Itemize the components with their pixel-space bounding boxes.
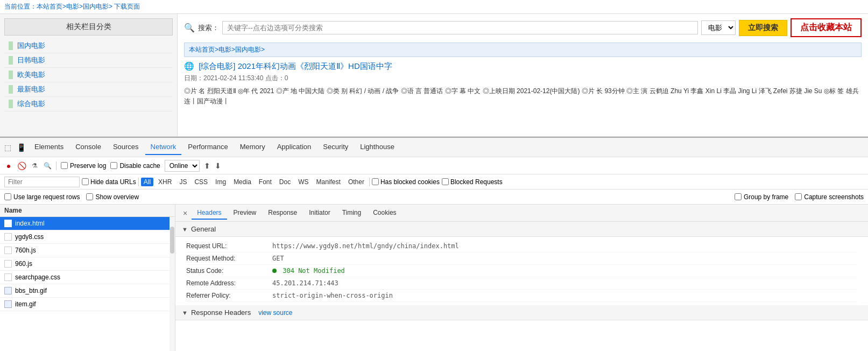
blocked-requests-checkbox[interactable]: Blocked Requests [442, 178, 503, 186]
filter-other-btn[interactable]: Other [345, 178, 367, 186]
list-item[interactable]: 最新电影 [4, 82, 173, 97]
referrer-policy-value: strict-origin-when-cross-origin [272, 292, 393, 299]
tab-lighthouse[interactable]: Lighthouse [355, 139, 400, 155]
detail-tab-preview[interactable]: Preview [228, 207, 262, 220]
detail-tab-cookies[interactable]: Cookies [368, 207, 401, 220]
request-method-value: GET [272, 255, 284, 262]
tab-performance[interactable]: Performance [182, 139, 233, 155]
file-icon [4, 260, 12, 268]
detail-tab-timing[interactable]: Timing [337, 207, 367, 220]
status-dot-icon [272, 269, 277, 273]
referrer-policy-row: Referrer Policy: strict-origin-when-cros… [186, 290, 857, 302]
file-icon [4, 220, 12, 227]
file-item-item-gif[interactable]: item.gif [0, 298, 175, 311]
options-right: Group by frame Capture screenshots [735, 193, 864, 201]
category-link[interactable]: 日韩电影 [17, 55, 45, 65]
article-title[interactable]: 🌐 [综合电影] 2021年科幻动画《烈阳天道Ⅱ》HD国语中字 [184, 61, 862, 72]
detail-tab-initiator[interactable]: Initiator [304, 207, 335, 220]
referrer-policy-label: Referrer Policy: [186, 292, 272, 299]
preserve-log-checkbox[interactable]: Preserve log [61, 162, 106, 170]
clear-icon[interactable]: 🚫 [17, 162, 26, 170]
tab-security[interactable]: Security [317, 139, 354, 155]
search-bar: 🔍 搜索： 电影 立即搜索 点击收藏本站 [184, 18, 862, 37]
filter-icon[interactable]: ⚗ [30, 162, 39, 170]
tab-application[interactable]: Application [272, 139, 317, 155]
filter-xhr-btn[interactable]: XHR [156, 178, 174, 186]
search-button[interactable]: 立即搜索 [739, 20, 787, 36]
list-item[interactable]: 综合电影 [4, 97, 173, 111]
remote-address-label: Remote Address: [186, 279, 272, 287]
file-icon [4, 247, 12, 254]
list-item[interactable]: 国内电影 [4, 39, 173, 53]
export-btn[interactable]: ⬇ [215, 162, 221, 170]
divider [138, 178, 139, 186]
category-link[interactable]: 综合电影 [17, 99, 45, 109]
list-item[interactable]: 日韩电影 [4, 53, 173, 68]
filter-all-btn[interactable]: All [141, 178, 153, 186]
article-meta: ◎片 名 烈阳天道Ⅱ ◎年 代 2021 ◎产 地 中国大陆 ◎类 别 科幻 /… [184, 86, 862, 107]
file-item-760h-js[interactable]: 760h.js [0, 244, 175, 257]
file-item-ygdy8-css[interactable]: ygdy8.css [0, 230, 175, 244]
group-by-frame-checkbox[interactable]: Group by frame [735, 193, 788, 201]
filter-font-btn[interactable]: Font [256, 178, 274, 186]
close-detail-button[interactable]: × [180, 208, 190, 219]
detail-tab-response[interactable]: Response [263, 207, 302, 220]
general-section-title: General [191, 225, 216, 233]
filter-doc-btn[interactable]: Doc [277, 178, 293, 186]
filter-js-btn[interactable]: JS [177, 178, 189, 186]
show-overview-checkbox[interactable]: Show overview [86, 193, 139, 201]
chevron-down-icon: ▼ [182, 226, 188, 233]
category-link[interactable]: 欧美电影 [17, 70, 45, 80]
website-area: 相关栏目分类 国内电影 日韩电影 欧美电影 最新电影 综合电影 [0, 14, 868, 137]
search-select[interactable]: 电影 [701, 20, 736, 35]
file-item-searchpage-css[interactable]: searchpage.css [0, 271, 175, 284]
has-blocked-cookies-checkbox[interactable]: Has blocked cookies [372, 178, 440, 186]
disable-cache-checkbox[interactable]: Disable cache [110, 162, 160, 170]
category-link[interactable]: 国内电影 [17, 41, 45, 51]
hide-data-urls-checkbox[interactable]: Hide data URLs [82, 178, 136, 186]
large-rows-checkbox[interactable]: Use large request rows [4, 193, 80, 201]
status-code-label: Status Code: [186, 267, 272, 275]
file-list-scrollbar[interactable] [170, 217, 175, 351]
tab-sources[interactable]: Sources [108, 139, 144, 155]
filter-input[interactable] [4, 177, 80, 187]
category-list: 国内电影 日韩电影 欧美电影 最新电影 综合电影 [4, 39, 173, 111]
tab-memory[interactable]: Memory [235, 139, 271, 155]
favorite-button[interactable]: 点击收藏本站 [791, 18, 862, 37]
filter-media-btn[interactable]: Media [231, 178, 254, 186]
record-icon[interactable]: ● [4, 162, 13, 170]
request-method-row: Request Method: GET [186, 252, 857, 265]
filter-ws-btn[interactable]: WS [295, 178, 311, 186]
cat-bar [9, 100, 13, 108]
tab-network[interactable]: Network [145, 139, 182, 155]
filter-manifest-btn[interactable]: Manifest [314, 178, 343, 186]
file-item-960-js[interactable]: 960.js [0, 257, 175, 271]
search-input[interactable] [222, 21, 698, 34]
remote-address-value: 45.201.214.71:443 [272, 279, 338, 287]
devtools-tab-bar: ⬚ 📱 Elements Console Sources Network Per… [0, 138, 868, 157]
filter-css-btn[interactable]: CSS [192, 178, 210, 186]
file-item-bbs-btn-gif[interactable]: bbs_btn.gif [0, 284, 175, 298]
search-icon[interactable]: 🔍 [43, 162, 52, 170]
scrollbar-thumb [170, 227, 174, 254]
file-list-panel: Name index.html ygdy8.css 760h.js 960.js [0, 205, 175, 351]
view-source-link[interactable]: view source [258, 309, 292, 317]
file-icon [4, 300, 12, 308]
file-item-index-html[interactable]: index.html [0, 217, 175, 230]
device-icon[interactable]: 📱 [15, 141, 28, 154]
category-link[interactable]: 最新电影 [17, 85, 45, 94]
divider [369, 178, 370, 186]
tab-elements[interactable]: Elements [29, 139, 69, 155]
list-item[interactable]: 欧美电影 [4, 68, 173, 82]
tab-console[interactable]: Console [70, 139, 107, 155]
general-section-header[interactable]: ▼ General [175, 222, 868, 237]
network-throttle-select[interactable]: Online [165, 160, 200, 172]
capture-screenshots-checkbox[interactable]: Capture screenshots [795, 193, 864, 201]
inspect-icon[interactable]: ⬚ [2, 141, 13, 154]
cat-bar [9, 71, 13, 79]
file-list-scroll[interactable]: index.html ygdy8.css 760h.js 960.js sear… [0, 217, 175, 351]
detail-tab-headers[interactable]: Headers [192, 207, 227, 220]
response-headers-section-header[interactable]: ▼ Response Headers view source [175, 305, 868, 320]
filter-img-btn[interactable]: Img [213, 178, 229, 186]
import-btn[interactable]: ⬆ [204, 162, 210, 170]
